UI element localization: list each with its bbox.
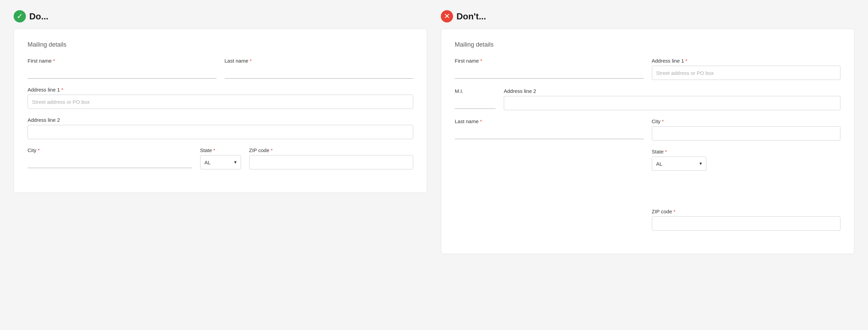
do-state-select-wrapper: AL AK AZ ▼ xyxy=(200,155,241,169)
dont-state-select-wrapper: AL AK ▼ xyxy=(652,156,706,171)
do-city-required: * xyxy=(38,147,40,153)
do-title: Do... xyxy=(29,11,48,22)
dont-first-name-label: First name * xyxy=(455,58,644,64)
dont-card: Mailing details First name * Address lin… xyxy=(441,29,854,254)
do-state-label: State * xyxy=(200,147,241,153)
do-address1-group: Address line 1 * xyxy=(28,87,413,109)
do-zip-group: ZIP code * xyxy=(249,147,414,169)
do-city-label: City * xyxy=(28,147,192,153)
dont-state-group: State * AL AK ▼ xyxy=(652,149,706,203)
dont-mi-label: M.I. xyxy=(455,88,496,94)
do-first-name-label: First name * xyxy=(28,58,216,64)
do-address2-row: Address line 2 xyxy=(28,117,413,139)
do-city-input[interactable] xyxy=(28,155,192,168)
do-address2-label: Address line 2 xyxy=(28,117,413,123)
dont-row4: State * AL AK ▼ ZIP code * xyxy=(455,149,840,231)
do-zip-input[interactable] xyxy=(249,155,414,169)
dont-city-group: City * xyxy=(652,118,841,141)
do-address1-required: * xyxy=(61,87,63,93)
do-last-name-required: * xyxy=(250,58,252,64)
dont-address2-group: Address line 2 xyxy=(504,88,840,110)
dont-last-name-label: Last name * xyxy=(455,118,644,124)
do-card: Mailing details First name * Last name * xyxy=(14,29,427,193)
dont-city-input[interactable] xyxy=(652,126,841,141)
dont-last-name-required: * xyxy=(480,118,482,124)
dont-last-name-input[interactable] xyxy=(455,126,644,139)
dont-first-name-group: First name * xyxy=(455,58,644,80)
do-first-name-required: * xyxy=(53,58,55,64)
do-address1-label: Address line 1 * xyxy=(28,87,413,93)
do-card-title: Mailing details xyxy=(28,41,413,48)
dont-first-name-required: * xyxy=(480,58,482,64)
dont-city-label: City * xyxy=(652,118,841,124)
do-address1-input[interactable] xyxy=(28,95,413,109)
dont-address2-input[interactable] xyxy=(504,96,840,110)
do-last-name-input[interactable] xyxy=(225,66,414,79)
dont-state-label: State * xyxy=(652,149,706,154)
dont-state-required: * xyxy=(665,149,667,154)
dont-address2-label: Address line 2 xyxy=(504,88,840,94)
dont-icon: ✕ xyxy=(441,10,453,22)
do-section: ✓ Do... Mailing details First name * Las… xyxy=(14,10,427,320)
dont-zip-required: * xyxy=(673,209,675,214)
do-zip-required: * xyxy=(271,147,273,153)
dont-card-title: Mailing details xyxy=(455,41,840,48)
do-address1-row: Address line 1 * xyxy=(28,87,413,109)
dont-row1: First name * Address line 1 * xyxy=(455,58,840,80)
do-location-row: City * State * AL AK AZ ▼ xyxy=(28,147,413,169)
do-first-name-group: First name * xyxy=(28,58,216,79)
dont-row3: Last name * City * xyxy=(455,118,840,141)
dont-mi-input[interactable] xyxy=(455,96,496,109)
do-state-group: State * AL AK AZ ▼ xyxy=(200,147,241,169)
do-header: ✓ Do... xyxy=(14,10,427,22)
do-last-name-group: Last name * xyxy=(225,58,414,79)
do-address2-group: Address line 2 xyxy=(28,117,413,139)
dont-section: ✕ Don't... Mailing details First name * … xyxy=(441,10,854,320)
dont-title: Don't... xyxy=(456,11,486,22)
dont-row2: M.I. Address line 2 xyxy=(455,88,840,110)
dont-address1-required: * xyxy=(686,58,688,64)
dont-address1-label: Address line 1 * xyxy=(652,58,841,64)
dont-city-required: * xyxy=(662,118,664,124)
do-first-name-input[interactable] xyxy=(28,66,216,79)
dont-header: ✕ Don't... xyxy=(441,10,854,22)
do-state-required: * xyxy=(213,147,215,153)
dont-address1-group: Address line 1 * xyxy=(652,58,841,80)
do-zip-label: ZIP code * xyxy=(249,147,414,153)
do-name-row: First name * Last name * xyxy=(28,58,413,79)
do-city-group: City * xyxy=(28,147,192,169)
dont-zip-label: ZIP code * xyxy=(652,209,841,214)
do-last-name-label: Last name * xyxy=(225,58,414,64)
do-state-select[interactable]: AL AK AZ xyxy=(200,155,241,169)
dont-state-select[interactable]: AL AK xyxy=(652,156,706,171)
do-icon: ✓ xyxy=(14,10,26,22)
dont-last-name-group: Last name * xyxy=(455,118,644,141)
dont-zip-input[interactable] xyxy=(652,216,841,231)
dont-address1-input[interactable] xyxy=(652,66,841,80)
dont-first-name-input[interactable] xyxy=(455,66,644,79)
do-address2-input[interactable] xyxy=(28,125,413,139)
dont-zip-group: ZIP code * xyxy=(652,209,841,231)
dont-state-zip-group: State * AL AK ▼ ZIP code * xyxy=(652,149,841,231)
dont-mi-group: M.I. xyxy=(455,88,496,110)
